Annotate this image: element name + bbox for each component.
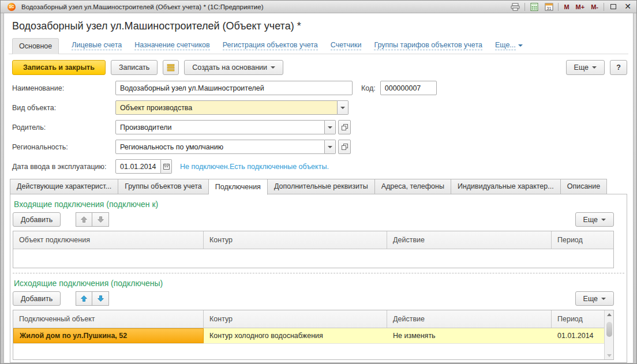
arrow-down-icon — [97, 295, 104, 302]
connection-status-link[interactable]: Не подключен.Есть подключенные объекты. — [180, 163, 329, 171]
triangle-up-icon — [607, 313, 612, 316]
incoming-move-up-button[interactable] — [76, 212, 92, 227]
parent-dropdown-button[interactable] — [325, 120, 336, 134]
cell-connected-object[interactable]: Жилой дом по ул.Пушкина, 52 — [13, 328, 204, 343]
titlebar-separator — [558, 3, 559, 11]
outgoing-add-button[interactable]: Добавить — [13, 291, 61, 306]
date-picker-button[interactable] — [161, 159, 172, 174]
memory-m-button[interactable]: M — [563, 3, 570, 10]
more-button[interactable]: Еще — [566, 60, 605, 75]
outgoing-move-down-button[interactable] — [92, 291, 109, 306]
parent-open-button[interactable] — [338, 120, 351, 134]
chevron-down-icon — [328, 126, 332, 129]
save-button[interactable]: Записать — [111, 60, 158, 75]
tab-additional-attributes[interactable]: Дополнительные реквизиты — [268, 179, 375, 194]
tab-individual-characteristics[interactable]: Индивидуальные характер... — [451, 179, 561, 194]
titlebar-separator — [604, 3, 604, 11]
app-window: 1С Водозаборный узел ул.Машиностроителей… — [0, 0, 637, 364]
incoming-connections-table: Объект подключения Контур Действие Перио… — [13, 231, 614, 268]
chevron-down-icon — [601, 298, 606, 300]
cell-action[interactable]: Не изменять — [387, 328, 552, 343]
window-title: Водозаборный узел ул.Машиностроителей (О… — [21, 3, 505, 10]
incoming-add-button[interactable]: Добавить — [13, 212, 61, 227]
name-label: Наименование: — [12, 84, 115, 92]
chevron-down-icon — [271, 66, 275, 69]
outgoing-move-up-button[interactable] — [76, 291, 92, 306]
incoming-more-button[interactable]: Еще — [575, 212, 614, 227]
column-header[interactable]: Действие — [387, 231, 552, 249]
tab-description[interactable]: Описание — [561, 179, 608, 194]
tab-object-registration[interactable]: Регистрация объектов учета — [223, 41, 318, 50]
detail-tabstrip: Действующие характерист... Группы объект… — [9, 179, 628, 194]
tab-personal-accounts[interactable]: Лицевые счета — [72, 41, 122, 50]
tab-addresses-phones[interactable]: Адреса, телефоны — [375, 179, 451, 194]
scroll-down-button[interactable] — [605, 351, 613, 359]
list-bars-icon — [167, 64, 175, 72]
tab-object-groups[interactable]: Группы объектов учета — [118, 179, 209, 194]
change-history-icon-button[interactable] — [163, 60, 179, 75]
memory-m-minus-button[interactable]: M- — [590, 3, 599, 10]
name-row: Наименование: Код: — [12, 81, 628, 95]
outgoing-more-button[interactable]: Еще — [575, 291, 614, 306]
incoming-table-body[interactable] — [13, 249, 613, 268]
column-header[interactable]: Контур — [204, 310, 387, 328]
incoming-move-down-button[interactable] — [92, 212, 109, 227]
tab-meters[interactable]: Счетчики — [331, 41, 362, 50]
parent-input[interactable] — [115, 120, 325, 134]
name-input[interactable] — [115, 81, 353, 95]
tab-main[interactable]: Основное — [12, 38, 59, 54]
print-icon-button[interactable] — [510, 2, 520, 11]
calculator-icon-button[interactable] — [529, 2, 539, 11]
column-header[interactable]: Действие — [387, 310, 552, 328]
save-and-close-button[interactable]: Записать и закрыть — [12, 60, 106, 75]
chevron-down-icon — [592, 66, 597, 69]
restore-window-button[interactable] — [608, 2, 619, 11]
open-link-icon — [342, 144, 348, 150]
code-input[interactable] — [380, 81, 437, 95]
create-based-on-button[interactable]: Создать на основании — [184, 60, 283, 75]
calendar-icon — [163, 163, 170, 170]
connections-panel: Входящие подключения (подключен к) Добав… — [10, 194, 627, 363]
navigation-tabs: Основное Лицевые счета Назначение счетчи… — [9, 37, 628, 54]
cell-circuit[interactable]: Контур холодного водоснабжения — [204, 328, 387, 343]
kind-dropdown-button[interactable] — [338, 100, 349, 115]
incoming-toolbar: Добавить Еще — [13, 212, 624, 231]
incoming-table-header: Объект подключения Контур Действие Перио… — [13, 231, 613, 249]
tab-more[interactable]: Еще... — [495, 41, 523, 50]
calendar-icon-button[interactable]: 31 — [544, 2, 554, 11]
tab-connections[interactable]: Подключения — [209, 179, 268, 195]
memory-m-plus-button[interactable]: M+ — [575, 3, 586, 10]
regionality-open-button[interactable] — [338, 140, 351, 154]
column-header[interactable]: Период — [552, 231, 613, 249]
kind-label: Вид объекта: — [12, 104, 115, 112]
regionality-dropdown-button[interactable] — [325, 140, 336, 154]
tab-active-characteristics[interactable]: Действующие характерист... — [10, 179, 118, 194]
commissioning-date-input[interactable] — [115, 159, 161, 174]
form-window: Водозаборный узел ул.Машиностроителей (О… — [3, 13, 634, 363]
column-header[interactable]: Контур — [204, 231, 387, 249]
close-window-button[interactable]: ✕ — [623, 2, 633, 11]
arrow-up-icon — [80, 295, 88, 302]
open-link-icon — [342, 124, 348, 130]
table-row[interactable]: Жилой дом по ул.Пушкина, 52 Контур холод… — [13, 328, 613, 344]
tab-tariff-groups[interactable]: Группы тарифов объектов учета — [374, 41, 482, 50]
vertical-scrollbar[interactable] — [604, 310, 613, 359]
outgoing-toolbar: Добавить Еще — [13, 291, 624, 310]
commissioning-date-label: Дата ввода в эксплуатацию: — [12, 163, 115, 171]
regionality-input[interactable] — [115, 140, 325, 154]
outgoing-connections-table: Подключенный объект Контур Действие Пери… — [13, 310, 614, 360]
titlebar[interactable]: 1С Водозаборный узел ул.Машиностроителей… — [1, 1, 636, 13]
main-form: Наименование: Код: Вид объекта: Родитель… — [9, 81, 628, 179]
chevron-down-icon — [328, 146, 332, 148]
scrollbar-thumb[interactable] — [606, 322, 612, 337]
column-header[interactable]: Подключенный объект — [13, 310, 204, 328]
kind-input[interactable] — [115, 100, 338, 115]
column-header[interactable]: Объект подключения — [13, 231, 204, 249]
outgoing-table-body[interactable] — [13, 344, 613, 359]
tab-meter-assignment[interactable]: Назначение счетчиков — [134, 41, 210, 50]
section-splitter[interactable] — [13, 273, 624, 273]
chevron-down-icon — [518, 44, 523, 47]
scroll-up-button[interactable] — [605, 310, 613, 318]
help-button[interactable]: ? — [610, 60, 627, 75]
regionality-row: Региональность: — [12, 140, 628, 154]
